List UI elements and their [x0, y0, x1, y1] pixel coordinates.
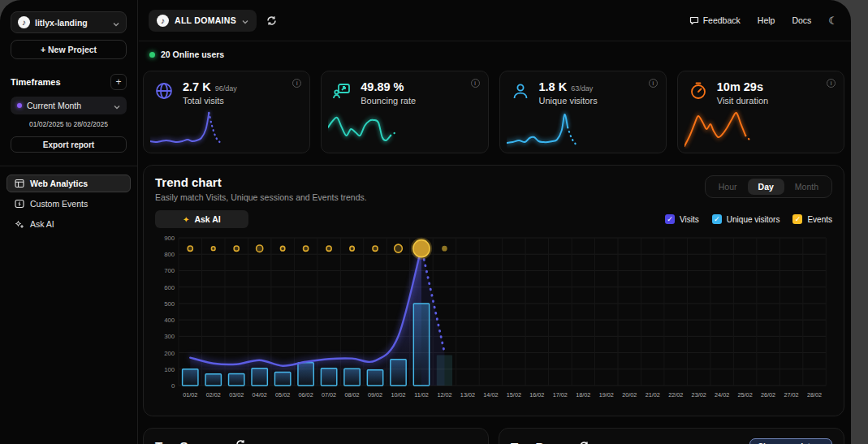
svg-text:26/02: 26/02 — [761, 391, 775, 399]
svg-text:04/02: 04/02 — [253, 391, 267, 399]
svg-text:800: 800 — [164, 251, 175, 258]
sidebar: ♪ litlyx-landing + New Project Timeframe… — [0, 0, 138, 444]
svg-text:06/02: 06/02 — [299, 391, 313, 399]
new-project-button[interactable]: + New Project — [11, 40, 127, 59]
stat-cards-row: 2.7 K 96/day Total visits i 49.89 % Boun… — [143, 71, 844, 153]
bounce-icon — [331, 80, 352, 101]
timer-icon — [688, 80, 709, 101]
checkbox-checked-icon[interactable]: ✓ — [792, 214, 802, 224]
granularity-day[interactable]: Day — [748, 179, 784, 195]
svg-text:900: 900 — [164, 235, 175, 242]
chevron-down-icon — [114, 98, 120, 113]
top-pages-card: Top Pages Show raw data ↗ — [499, 428, 844, 444]
svg-text:300: 300 — [164, 333, 175, 340]
show-raw-data-button[interactable]: Show raw data ↗ — [749, 438, 832, 444]
sidebar-item-label: Ask AI — [30, 219, 54, 229]
sparkles-icon — [14, 219, 24, 229]
granularity-hour[interactable]: Hour — [708, 179, 748, 195]
legend-events[interactable]: ✓Events — [792, 214, 832, 224]
svg-text:20/02: 20/02 — [622, 391, 637, 399]
svg-text:11/02: 11/02 — [414, 391, 429, 399]
stat-label: Visit duration — [717, 96, 768, 106]
online-users-status: 20 Online users — [149, 50, 844, 59]
svg-text:21/02: 21/02 — [646, 391, 660, 399]
domain-selector[interactable]: ♪ ALL DOMAINS — [149, 10, 257, 32]
legend-unique-visitors[interactable]: ✓Unique visitors — [712, 214, 780, 224]
svg-text:27/02: 27/02 — [784, 391, 798, 399]
sidebar-item-web-analytics[interactable]: Web Analytics — [6, 175, 131, 192]
chart-legend: ✓Visits✓Unique visitors✓Events — [665, 214, 832, 224]
granularity-month[interactable]: Month — [784, 179, 829, 195]
stat-card-total-visits: 2.7 K 96/day Total visits i — [143, 71, 310, 153]
svg-text:200: 200 — [164, 349, 175, 356]
stat-card-visit-duration: 10m 29s Visit duration i — [677, 71, 844, 153]
svg-text:13/02: 13/02 — [460, 391, 475, 399]
svg-text:12/02: 12/02 — [437, 391, 451, 399]
checkbox-checked-icon[interactable]: ✓ — [665, 214, 675, 224]
stat-value: 2.7 K — [183, 80, 211, 93]
stat-value: 49.89 % — [361, 80, 404, 93]
top-sources-title: Top Sources — [155, 439, 228, 444]
svg-text:22/02: 22/02 — [668, 391, 683, 399]
timeframes-label: Timeframes — [11, 77, 61, 87]
sidebar-item-ask-ai[interactable]: Ask AI — [6, 215, 131, 233]
svg-text:01/02: 01/02 — [183, 391, 197, 399]
refresh-icon[interactable] — [579, 440, 589, 444]
info-icon[interactable]: i — [649, 79, 658, 88]
stat-value: 1.8 K — [539, 80, 568, 93]
chat-bubble-icon — [689, 15, 699, 25]
sidebar-nav: Web AnalyticsCustom EventsAsk AI — [0, 175, 137, 233]
svg-text:10/02: 10/02 — [391, 391, 405, 399]
topbar: ♪ ALL DOMAINS Feedback H — [139, 0, 851, 41]
legend-visits[interactable]: ✓Visits — [665, 214, 699, 224]
stat-label: Total visits — [183, 96, 237, 106]
trend-chart-plot[interactable]: 010020030040050060070080090001/0202/0203… — [155, 233, 832, 415]
docs-link[interactable]: Docs — [792, 15, 811, 25]
svg-text:03/02: 03/02 — [229, 391, 244, 399]
svg-text:17/02: 17/02 — [553, 391, 568, 399]
ask-ai-button[interactable]: ✦ Ask AI — [155, 210, 248, 228]
domain-label: ALL DOMAINS — [175, 15, 236, 25]
svg-text:700: 700 — [164, 267, 175, 274]
refresh-icon[interactable] — [266, 15, 277, 26]
online-users-label: 20 Online users — [161, 50, 224, 59]
svg-text:19/02: 19/02 — [599, 391, 614, 399]
top-pages-title: Top Pages — [511, 440, 572, 444]
stat-value: 10m 29s — [717, 80, 763, 93]
sparkle-icon: ✦ — [183, 215, 189, 224]
info-icon[interactable]: i — [827, 79, 836, 88]
timeframe-range: 01/02/2025 to 28/02/2025 — [0, 120, 137, 128]
main-area: ♪ ALL DOMAINS Feedback H — [139, 0, 851, 444]
app-window: ♪ litlyx-landing + New Project Timeframe… — [0, 0, 851, 444]
litlyx-logo-icon: ♪ — [157, 15, 169, 27]
dark-mode-toggle-icon[interactable]: ☾ — [828, 15, 838, 27]
chevron-down-icon — [113, 15, 119, 30]
svg-text:07/02: 07/02 — [322, 391, 336, 399]
stat-card-unique-visitors: 1.8 K 63/day Unique visitors i — [499, 71, 667, 153]
user-icon — [510, 80, 531, 101]
sidebar-divider — [0, 166, 137, 166]
svg-text:09/02: 09/02 — [368, 391, 382, 399]
sidebar-item-label: Custom Events — [30, 199, 88, 209]
export-report-button[interactable]: Export report — [11, 136, 127, 153]
svg-text:15/02: 15/02 — [507, 391, 521, 399]
svg-text:600: 600 — [164, 284, 175, 291]
timeframe-value: Current Month — [27, 101, 81, 110]
help-link[interactable]: Help — [758, 15, 775, 25]
info-icon[interactable]: i — [471, 79, 480, 88]
project-selector[interactable]: ♪ litlyx-landing — [11, 11, 127, 33]
online-dot-icon — [149, 52, 155, 58]
chevron-down-icon — [242, 13, 248, 28]
svg-text:08/02: 08/02 — [345, 391, 360, 399]
refresh-icon[interactable] — [235, 438, 246, 444]
add-timeframe-button[interactable]: + — [110, 74, 127, 90]
info-icon[interactable]: i — [292, 79, 301, 88]
sidebar-item-custom-events[interactable]: Custom Events — [6, 195, 131, 213]
timeframe-select[interactable]: Current Month — [11, 97, 127, 114]
sidebar-item-label: Web Analytics — [30, 179, 88, 188]
feedback-link[interactable]: Feedback — [689, 15, 741, 25]
granularity-toggle: HourDayMonth — [705, 175, 832, 198]
svg-text:24/02: 24/02 — [715, 391, 729, 399]
svg-text:0: 0 — [171, 382, 175, 390]
checkbox-checked-icon[interactable]: ✓ — [712, 214, 722, 224]
